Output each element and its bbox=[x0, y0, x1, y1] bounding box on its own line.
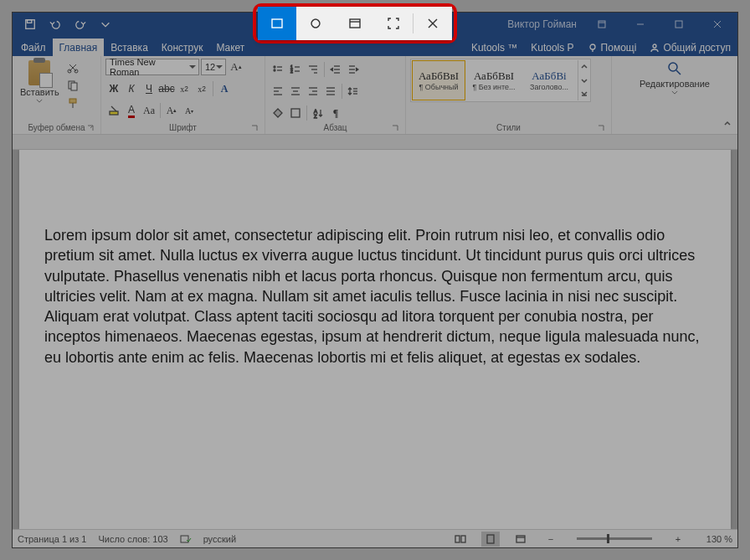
svg-text:Z: Z bbox=[314, 114, 317, 119]
status-language[interactable]: русский bbox=[203, 534, 236, 544]
svg-rect-14 bbox=[71, 83, 77, 90]
close-button[interactable] bbox=[701, 13, 734, 36]
maximize-button[interactable] bbox=[662, 13, 696, 36]
text-effects-button[interactable]: A bbox=[216, 80, 233, 97]
tab-file[interactable]: Файл bbox=[14, 39, 53, 56]
group-paragraph: 12 AZ bbox=[265, 56, 406, 134]
paste-button[interactable]: Вставить bbox=[17, 59, 63, 105]
strike-button[interactable]: abc bbox=[158, 80, 175, 97]
styles-gallery[interactable]: АаБбВвІ ¶ Обычный АаБбВвІ ¶ Без инте... … bbox=[410, 59, 591, 102]
chevron-down-icon bbox=[36, 99, 43, 103]
zoom-in-button[interactable]: + bbox=[669, 532, 687, 547]
editing-label: Редактирование bbox=[640, 79, 710, 89]
launcher-icon[interactable] bbox=[597, 124, 605, 132]
grow-font2-button[interactable]: A▴ bbox=[163, 102, 180, 119]
launcher-icon[interactable] bbox=[86, 124, 95, 132]
page[interactable]: Lorem ipsum dolor sit amet, consectetur … bbox=[19, 150, 731, 529]
bold-button[interactable]: Ж bbox=[105, 80, 122, 97]
sort-button[interactable]: AZ bbox=[310, 105, 326, 121]
tab-home[interactable]: Главная bbox=[53, 39, 105, 56]
tab-layout[interactable]: Макет bbox=[209, 39, 251, 56]
bulb-icon bbox=[588, 43, 598, 53]
justify-button[interactable] bbox=[322, 83, 339, 100]
minimize-button[interactable] bbox=[624, 13, 657, 36]
highlight-button[interactable] bbox=[105, 102, 122, 119]
ruler bbox=[13, 135, 737, 150]
search-icon bbox=[666, 60, 683, 77]
svg-rect-55 bbox=[181, 536, 188, 542]
tab-help-label: Помощі bbox=[601, 42, 637, 54]
collapse-ribbon-button[interactable] bbox=[721, 117, 734, 131]
format-painter-button[interactable] bbox=[65, 95, 80, 110]
styles-more-button[interactable] bbox=[578, 60, 589, 100]
group-clipboard-label: Буфер обмена bbox=[17, 121, 96, 134]
spellcheck-icon[interactable] bbox=[180, 533, 192, 545]
italic-button[interactable]: К bbox=[123, 80, 140, 97]
align-left-button[interactable] bbox=[270, 83, 286, 100]
borders-button[interactable] bbox=[287, 105, 304, 121]
svg-point-18 bbox=[274, 66, 275, 68]
line-spacing-button[interactable] bbox=[345, 83, 362, 100]
tab-kutools-plus[interactable]: Kutools P bbox=[524, 39, 580, 56]
tab-design[interactable]: Конструк bbox=[155, 39, 210, 56]
snip-freeform-button[interactable] bbox=[296, 7, 335, 40]
align-center-button[interactable] bbox=[287, 83, 304, 100]
align-right-button[interactable] bbox=[305, 83, 321, 100]
font-size-combo[interactable]: 12 bbox=[201, 59, 226, 75]
style-no-spacing[interactable]: АаБбВвІ ¶ Без инте... bbox=[467, 60, 521, 100]
bullets-button[interactable] bbox=[270, 61, 286, 78]
svg-rect-56 bbox=[455, 536, 460, 542]
web-layout-button[interactable] bbox=[511, 532, 530, 547]
group-font-label: Шрифт bbox=[105, 121, 260, 134]
shading-button[interactable] bbox=[270, 105, 286, 121]
subscript-button[interactable]: x2 bbox=[176, 80, 193, 97]
snip-fullscreen-button[interactable] bbox=[374, 7, 413, 40]
increase-indent-button[interactable] bbox=[345, 61, 362, 78]
print-layout-button[interactable] bbox=[481, 532, 500, 547]
launcher-icon[interactable] bbox=[250, 124, 259, 132]
cut-button[interactable] bbox=[65, 60, 80, 75]
word-window: Виктор Гойман Файл Главная Вставка Конст… bbox=[12, 12, 738, 548]
undo-button[interactable] bbox=[44, 14, 66, 34]
tab-kutools[interactable]: Kutools ™ bbox=[465, 39, 524, 56]
snip-window-button[interactable] bbox=[335, 7, 373, 40]
read-mode-button[interactable] bbox=[451, 532, 470, 547]
grow-font-button[interactable]: A▴ bbox=[228, 59, 244, 75]
redo-button[interactable] bbox=[69, 14, 91, 34]
launcher-icon[interactable] bbox=[391, 124, 399, 132]
ribbon-display-options[interactable] bbox=[585, 13, 619, 36]
tab-help[interactable]: Помощі bbox=[581, 39, 644, 56]
document-area[interactable]: Lorem ipsum dolor sit amet, consectetur … bbox=[13, 150, 737, 529]
change-case-button[interactable]: Aa bbox=[141, 102, 157, 119]
svg-rect-17 bbox=[110, 111, 118, 115]
svg-point-10 bbox=[653, 44, 656, 48]
multilevel-button[interactable] bbox=[305, 61, 321, 78]
decrease-indent-button[interactable] bbox=[327, 61, 344, 78]
share-button[interactable]: Общий доступ bbox=[643, 39, 737, 56]
svg-point-53 bbox=[669, 63, 677, 71]
tab-insert[interactable]: Вставка bbox=[104, 39, 155, 56]
style-heading1[interactable]: АаБбВі Заголово... bbox=[522, 60, 576, 100]
snip-close-button[interactable] bbox=[414, 7, 452, 40]
zoom-slider[interactable] bbox=[577, 537, 652, 540]
zoom-out-button[interactable]: − bbox=[542, 532, 560, 547]
font-color-button[interactable]: A bbox=[123, 102, 140, 119]
numbering-button[interactable]: 12 bbox=[287, 61, 304, 78]
superscript-button[interactable]: x2 bbox=[193, 80, 210, 97]
svg-text:2: 2 bbox=[290, 69, 293, 74]
zoom-value[interactable]: 130 % bbox=[699, 534, 732, 544]
style-normal[interactable]: АаБбВвІ ¶ Обычный bbox=[412, 60, 465, 100]
show-marks-button[interactable]: ¶ bbox=[327, 105, 344, 121]
copy-button[interactable] bbox=[65, 78, 80, 93]
editing-button[interactable]: Редактирование bbox=[636, 59, 713, 96]
status-page[interactable]: Страница 1 из 1 bbox=[18, 534, 86, 544]
document-body[interactable]: Lorem ipsum dolor sit amet, consectetur … bbox=[44, 225, 706, 367]
underline-button[interactable]: Ч bbox=[141, 80, 157, 97]
save-button[interactable] bbox=[19, 14, 41, 34]
font-name-combo[interactable]: Times New Roman bbox=[105, 59, 199, 75]
qat-customize-button[interactable] bbox=[95, 14, 116, 34]
shrink-font-button[interactable]: A▾ bbox=[181, 102, 198, 119]
status-words[interactable]: Число слов: 103 bbox=[98, 534, 167, 544]
snip-rect-button[interactable] bbox=[258, 7, 296, 40]
svg-rect-50 bbox=[291, 109, 300, 117]
